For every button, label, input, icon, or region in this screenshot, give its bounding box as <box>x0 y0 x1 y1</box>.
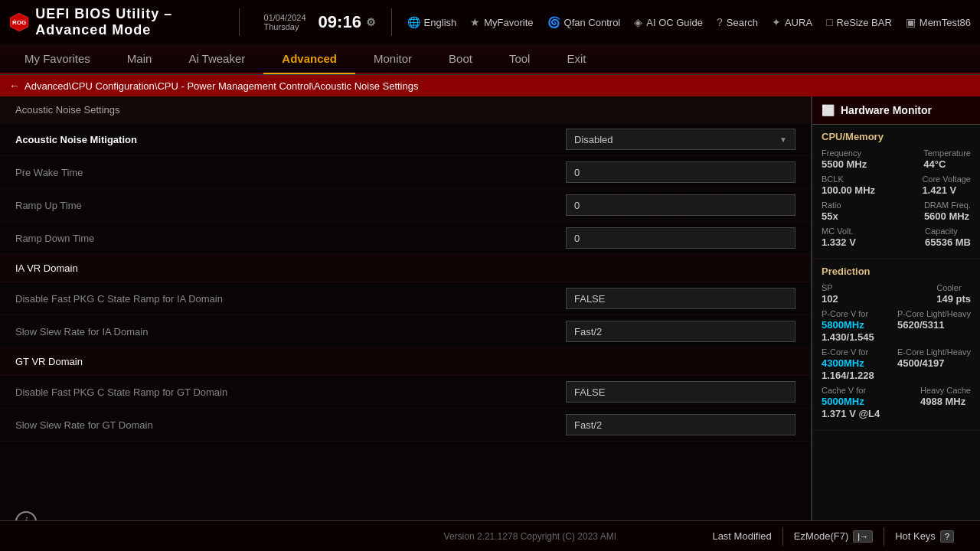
ai-oc-label: AI OC Guide <box>646 17 703 28</box>
tab-main[interactable]: Main <box>109 44 171 74</box>
hw-label-frequency: Frequency <box>822 148 867 158</box>
svg-text:ROG: ROG <box>12 19 26 26</box>
hw-label-pcore-v-for: P-Core V for <box>822 309 874 318</box>
tab-tool[interactable]: Tool <box>491 44 549 74</box>
footer-hot-keys[interactable]: Hot Keys ? <box>884 527 965 546</box>
hw-col-core-voltage: Core Voltage 1.421 V <box>922 174 971 196</box>
footer-last-modified[interactable]: Last Modified <box>701 527 782 545</box>
nav-resize-bar[interactable]: □ ReSize BAR <box>826 16 892 28</box>
hw-value-bclk: 100.00 MHz <box>822 184 875 196</box>
tab-ai-tweaker[interactable]: Ai Tweaker <box>170 44 263 74</box>
setting-label-pre-wake-time: Pre Wake Time <box>15 167 566 178</box>
datetime-area: 01/04/2024 Thursday <box>264 13 306 31</box>
hw-value-ratio: 55x <box>822 210 841 222</box>
breadcrumb-path: Advanced\CPU Configuration\CPU - Power M… <box>24 80 418 92</box>
setting-row-slow-slew-gt: Slow Slew Rate for GT Domain Fast/2 <box>0 409 811 442</box>
hot-keys-label: Hot Keys <box>895 530 936 542</box>
hw-value-ecore-lh: 4500/4197 <box>897 357 971 369</box>
monitor-icon: ⬜ <box>822 104 835 116</box>
hw-row-mc-capacity: MC Volt. 1.332 V Capacity 65536 MB <box>822 227 971 248</box>
hw-value-mc-volt: 1.332 V <box>822 236 856 248</box>
setting-value-ramp-up-time[interactable]: 0 <box>566 194 795 216</box>
hw-col-capacity: Capacity 65536 MB <box>925 227 971 248</box>
setting-label-disable-fast-pkg-gt: Disable Fast PKG C State Ramp for GT Dom… <box>15 386 566 398</box>
ez-mode-label: EzMode(F7) <box>794 530 849 542</box>
hw-section-title-prediction: Prediction <box>822 266 971 277</box>
resize-bar-icon: □ <box>826 16 832 28</box>
hw-value-core-voltage: 1.421 V <box>922 184 971 196</box>
tab-exit[interactable]: Exit <box>548 44 604 74</box>
setting-label-ia-vr-domain: IA VR Domain <box>15 262 795 274</box>
hw-label-cache-v-for: Cache V for <box>822 386 880 395</box>
nav-qfan[interactable]: 🌀 Qfan Control <box>547 16 621 28</box>
hw-col-dram-freq: DRAM Freq. 5600 MHz <box>924 201 971 222</box>
hw-label-pcore-lh: P-Core Light/Heavy <box>897 309 971 318</box>
language-icon: 🌐 <box>407 16 420 28</box>
setting-label-acoustic-mitigation: Acoustic Noise Mitigation <box>15 134 566 145</box>
hw-row-ratio-dram: Ratio 55x DRAM Freq. 5600 MHz <box>822 201 971 222</box>
last-modified-label: Last Modified <box>712 530 771 542</box>
hw-value-capacity: 65536 MB <box>925 236 971 248</box>
setting-row-disable-fast-pkg-ia: Disable Fast PKG C State Ramp for IA Dom… <box>0 282 811 315</box>
nav-ai-oc[interactable]: ◈ AI OC Guide <box>634 16 703 28</box>
hw-col-cache-v: Cache V for 5000MHz 1.371 V @L4 <box>822 386 880 419</box>
setting-value-disable-fast-pkg-gt[interactable]: FALSE <box>566 381 795 403</box>
day-display: Thursday <box>264 22 306 31</box>
search-label: Search <box>727 17 758 28</box>
footer-ez-mode[interactable]: EzMode(F7) |→ <box>782 527 884 546</box>
hw-label-bclk: BCLK <box>822 174 875 184</box>
hw-col-pcore-lh: P-Core Light/Heavy 5620/5311 <box>897 309 971 343</box>
tab-boot[interactable]: Boot <box>430 44 491 74</box>
setting-value-pre-wake-time[interactable]: 0 <box>566 161 795 183</box>
hw-row-ecore: E-Core V for 4300MHz 1.164/1.228 E-Core … <box>822 347 971 381</box>
nav-myfavorite[interactable]: ★ MyFavorite <box>470 16 533 28</box>
setting-label-disable-fast-pkg-ia: Disable Fast PKG C State Ramp for IA Dom… <box>15 293 566 305</box>
setting-value-acoustic-mitigation[interactable]: Disabled <box>566 129 795 150</box>
hw-label-cooler: Cooler <box>936 283 971 292</box>
setting-value-ramp-down-time[interactable]: 0 <box>566 227 795 249</box>
nav-search[interactable]: ? Search <box>717 16 758 28</box>
hw-monitor-header: ⬜ Hardware Monitor <box>812 96 980 125</box>
settings-panel: Acoustic Noise Settings Acoustic Noise M… <box>0 96 812 548</box>
breadcrumb-back-arrow[interactable]: ← <box>9 80 20 92</box>
setting-label-slow-slew-ia: Slow Slew Rate for IA Domain <box>15 326 566 337</box>
nav-aura[interactable]: ✦ AURA <box>772 16 812 28</box>
tab-my-favorites[interactable]: My Favorites <box>6 44 109 74</box>
setting-label-slow-slew-gt: Slow Slew Rate for GT Domain <box>15 419 566 431</box>
main-content: Acoustic Noise Settings Acoustic Noise M… <box>0 96 980 548</box>
tab-monitor[interactable]: Monitor <box>355 44 430 74</box>
nav-memtest[interactable]: ▣ MemTest86 <box>906 16 971 28</box>
hw-label-heavy-cache: Heavy Cache <box>920 386 971 395</box>
setting-row-slow-slew-ia: Slow Slew Rate for IA Domain Fast/2 <box>0 315 811 348</box>
hw-label-capacity: Capacity <box>925 227 971 236</box>
settings-gear-icon[interactable]: ⚙ <box>366 16 376 28</box>
hw-row-pcore: P-Core V for 5800MHz 1.430/1.545 P-Core … <box>822 309 971 343</box>
setting-value-slow-slew-ia[interactable]: Fast/2 <box>566 321 795 342</box>
header-nav-items: 🌐 English ★ MyFavorite 🌀 Qfan Control ◈ … <box>407 16 971 28</box>
setting-row-acoustic-mitigation: Acoustic Noise Mitigation Disabled <box>0 123 811 156</box>
hw-col-temperature: Temperature 44°C <box>923 148 971 170</box>
memtest-label: MemTest86 <box>920 17 971 28</box>
setting-value-slow-slew-gt[interactable]: Fast/2 <box>566 414 795 435</box>
setting-value-disable-fast-pkg-ia[interactable]: FALSE <box>566 288 795 309</box>
header: ROG UEFI BIOS Utility – Advanced Mode 01… <box>0 0 980 75</box>
hw-col-ecore-v: E-Core V for 4300MHz 1.164/1.228 <box>822 347 874 381</box>
hw-col-ecore-lh: E-Core Light/Heavy 4500/4197 <box>897 347 971 381</box>
hw-value-frequency: 5500 MHz <box>822 158 867 170</box>
hw-monitor-title: Hardware Monitor <box>841 104 932 116</box>
hw-section-prediction: Prediction SP 102 Cooler 149 pts P-Core … <box>812 259 980 431</box>
hw-col-heavy-cache: Heavy Cache 4988 MHz <box>920 386 971 419</box>
hot-keys-key: ? <box>940 530 954 543</box>
logo-area: ROG UEFI BIOS Utility – Advanced Mode <box>9 6 224 38</box>
nav-language[interactable]: 🌐 English <box>407 16 457 28</box>
setting-row-disable-fast-pkg-gt: Disable Fast PKG C State Ramp for GT Dom… <box>0 376 811 409</box>
hw-col-mc-volt: MC Volt. 1.332 V <box>822 227 856 248</box>
hw-section-cpu-memory: CPU/Memory Frequency 5500 MHz Temperatur… <box>812 125 980 259</box>
header-divider-1 <box>239 8 240 36</box>
date-display: 01/04/2024 <box>264 13 306 22</box>
hw-row-cache: Cache V for 5000MHz 1.371 V @L4 Heavy Ca… <box>822 386 971 419</box>
hw-row-bclk-voltage: BCLK 100.00 MHz Core Voltage 1.421 V <box>822 174 971 196</box>
tab-advanced[interactable]: Advanced <box>263 44 355 74</box>
hw-value-dram-freq: 5600 MHz <box>924 210 971 222</box>
footer: Version 2.21.1278 Copyright (C) 2023 AMI… <box>0 520 980 551</box>
